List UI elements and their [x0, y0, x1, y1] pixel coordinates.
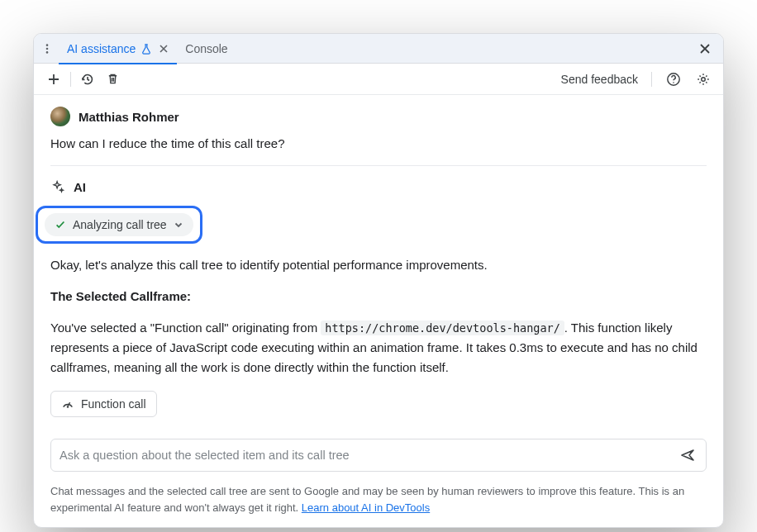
tabs: AI assistance Console [59, 34, 695, 64]
history-button[interactable] [76, 68, 99, 91]
ai-response: Okay, let's analyze this call tree to id… [50, 255, 707, 378]
svg-point-2 [46, 51, 49, 54]
divider [70, 72, 71, 87]
toolbar-right: Send feedback [558, 68, 715, 91]
devtools-panel: AI assistance Console [33, 33, 724, 528]
divider [651, 72, 652, 87]
help-button[interactable] [662, 68, 685, 91]
avatar [50, 107, 70, 126]
svg-point-4 [673, 82, 674, 83]
chat-input-row [50, 439, 707, 472]
sparkle-icon [50, 179, 65, 194]
svg-point-0 [46, 44, 49, 46]
chat-input[interactable] [60, 449, 678, 462]
function-call-chip[interactable]: Function call [50, 391, 157, 417]
check-icon [55, 219, 66, 230]
new-chat-button[interactable] [42, 68, 65, 91]
tab-ai-assistance[interactable]: AI assistance [59, 34, 177, 64]
user-name: Matthias Rohmer [79, 110, 179, 124]
svg-point-1 [46, 47, 49, 50]
delete-button[interactable] [101, 68, 124, 91]
ai-header: AI [50, 179, 707, 194]
flask-icon [140, 43, 152, 55]
user-message: Matthias Rohmer How can I reduce the tim… [50, 107, 707, 165]
ai-intro: Okay, let's analyze this call tree to id… [50, 255, 707, 275]
send-button[interactable] [678, 445, 697, 465]
status-highlight: Analyzing call tree [36, 206, 202, 244]
chevron-down-icon [174, 220, 183, 230]
tab-label: AI assistance [67, 42, 136, 55]
settings-button[interactable] [692, 68, 715, 91]
ai-message: AI Analyzing call tree Okay, let's analy… [50, 165, 707, 427]
tab-label: Console [185, 42, 227, 55]
ai-section-heading: The Selected Callframe: [50, 289, 191, 303]
gauge-icon [61, 397, 74, 411]
more-icon[interactable] [39, 40, 55, 57]
close-icon[interactable] [159, 44, 169, 54]
panel-close-icon[interactable] [695, 39, 715, 59]
disclaimer: Chat messages and the selected call tree… [34, 478, 723, 527]
user-header: Matthias Rohmer [50, 107, 707, 126]
ai-paragraph: You've selected a "Function call" origin… [50, 318, 707, 378]
analyzing-status-chip[interactable]: Analyzing call tree [45, 213, 193, 236]
status-text: Analyzing call tree [73, 218, 167, 231]
function-chip-label: Function call [81, 397, 146, 411]
ai-label: AI [74, 180, 86, 194]
tab-bar: AI assistance Console [34, 34, 723, 64]
user-question: How can I reduce the time of this call t… [50, 136, 707, 150]
svg-point-6 [67, 406, 69, 407]
chat-content: Matthias Rohmer How can I reduce the tim… [34, 95, 723, 434]
send-feedback-link[interactable]: Send feedback [558, 73, 641, 86]
tab-console[interactable]: Console [177, 34, 236, 64]
toolbar: Send feedback [34, 64, 723, 95]
learn-link[interactable]: Learn about AI in DevTools [302, 501, 430, 514]
code-url: https://chrome.dev/devtools-hangar/ [321, 321, 564, 335]
svg-point-5 [702, 77, 706, 81]
